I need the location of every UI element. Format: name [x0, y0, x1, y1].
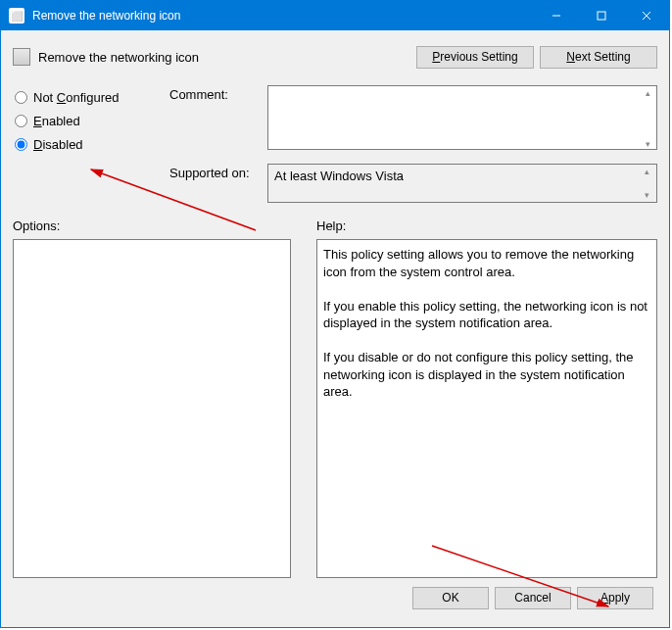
radio-enabled-input[interactable] — [15, 115, 27, 127]
scroll-up-icon: ▴ — [645, 167, 649, 176]
help-label: Help: — [316, 218, 657, 233]
supported-on-box: At least Windows Vista ▴ ▾ — [267, 164, 657, 203]
apply-button[interactable]: Apply — [577, 587, 653, 609]
app-icon: ⬜ — [9, 8, 24, 24]
help-panel: This policy setting allows you to remove… — [316, 239, 657, 578]
close-button[interactable] — [624, 1, 669, 30]
titlebar: ⬜ Remove the networking icon — [1, 1, 669, 30]
footer-buttons: OK Cancel Apply — [13, 578, 657, 617]
comment-scrollbar[interactable]: ▴ ▾ — [640, 88, 655, 149]
scroll-down-icon: ▾ — [646, 139, 650, 149]
header-row: Remove the networking icon Previous Sett… — [13, 40, 657, 73]
radio-enabled[interactable]: Enabled — [13, 109, 169, 132]
supported-row: Supported on: At least Windows Vista ▴ ▾ — [13, 164, 657, 203]
cancel-button[interactable]: Cancel — [495, 587, 571, 609]
supported-on-text: At least Windows Vista — [274, 169, 404, 183]
options-label: Options: — [13, 218, 291, 233]
comment-textarea[interactable] — [267, 85, 657, 150]
radio-not-configured-input[interactable] — [15, 91, 27, 104]
previous-setting-button[interactable]: Previous Setting — [416, 46, 534, 69]
setting-name: Remove the networking icon — [38, 50, 199, 65]
radio-disabled-input[interactable] — [15, 138, 27, 151]
supported-label: Supported on: — [169, 164, 267, 203]
supported-scrollbar[interactable]: ▴ ▾ — [639, 167, 654, 200]
maximize-button[interactable] — [579, 1, 624, 30]
window-title: Remove the networking icon — [32, 9, 534, 23]
state-radios: Not Configured Enabled Disabled — [13, 85, 169, 156]
scroll-down-icon: ▾ — [645, 190, 649, 200]
svg-rect-1 — [598, 12, 605, 20]
radio-disabled[interactable]: Disabled — [13, 132, 169, 156]
policy-dialog: ⬜ Remove the networking icon Remove the … — [0, 0, 670, 628]
options-panel — [13, 239, 291, 578]
radio-not-configured[interactable]: Not Configured — [13, 85, 169, 109]
minimize-button[interactable] — [534, 1, 579, 30]
scroll-up-icon: ▴ — [646, 88, 650, 98]
ok-button[interactable]: OK — [412, 587, 489, 609]
state-and-comment: Not Configured Enabled Disabled Comment:… — [13, 85, 657, 156]
lower-panels: Options: Help: This policy setting allow… — [13, 218, 657, 578]
comment-label: Comment: — [169, 87, 267, 102]
content-area: Remove the networking icon Previous Sett… — [1, 30, 669, 627]
next-setting-button[interactable]: Next Setting — [540, 46, 657, 69]
policy-icon — [13, 48, 30, 66]
